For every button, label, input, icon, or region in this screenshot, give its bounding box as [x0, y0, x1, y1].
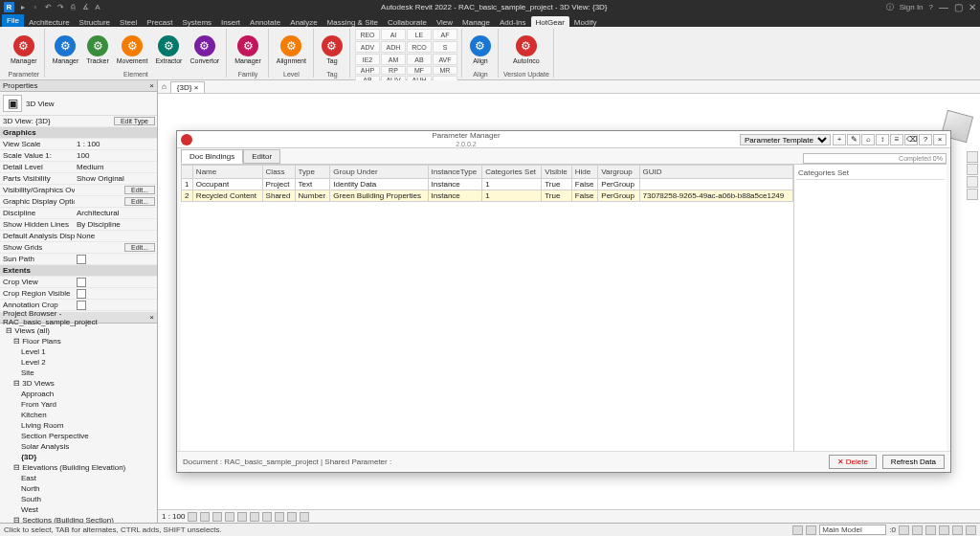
home-view-icon[interactable]: ⌂ — [162, 82, 167, 91]
dlg-clear-icon[interactable]: ⌫ — [904, 134, 918, 145]
convertor-button[interactable]: ⚙Convertor — [187, 34, 222, 65]
col-header[interactable]: Type — [295, 166, 330, 179]
filter-icon[interactable] — [899, 525, 909, 535]
maximize-button[interactable]: ▢ — [954, 2, 963, 12]
table-row[interactable]: 1OccupantProjectTextIdentity DataInstanc… — [182, 179, 793, 190]
extractor-button[interactable]: ⚙Extractor — [152, 34, 185, 65]
manager-button[interactable]: ⚙Manager — [50, 34, 82, 65]
tree-node[interactable]: ⊟ Elevations (Building Elevation) — [2, 462, 155, 473]
crop-view-icon[interactable] — [250, 512, 259, 522]
delete-button[interactable]: ✕ Delete — [829, 455, 877, 469]
toolbox-adv[interactable]: ADV — [355, 41, 380, 53]
dlg-add-icon[interactable]: + — [833, 134, 846, 145]
view-scale-label[interactable]: 1 : 100 — [162, 512, 185, 521]
project-browser-close-icon[interactable]: × — [149, 313, 154, 322]
prop-row[interactable]: Default Analysis Display StyleNone — [0, 231, 157, 242]
tree-node[interactable]: ⊟ 3D Views — [2, 378, 155, 389]
col-header[interactable] — [182, 166, 193, 179]
lock-3d-icon[interactable] — [275, 512, 284, 522]
toolbox-am[interactable]: AM — [381, 54, 406, 65]
prop-row[interactable]: View Scale1 : 100 — [0, 139, 157, 150]
tree-node[interactable]: ⊟ Sections (Building Section) — [2, 515, 155, 523]
autoinco-button[interactable]: ⚙AutoInco — [510, 34, 543, 65]
col-header[interactable]: Categories Set — [482, 166, 542, 179]
tree-node[interactable]: Approach — [2, 389, 155, 399]
tab-file[interactable]: File — [2, 14, 24, 27]
qat-tag-icon[interactable]: A — [93, 2, 102, 11]
manager-button[interactable]: ⚙Manager — [8, 34, 40, 65]
tree-node[interactable]: Level 1 — [2, 346, 155, 357]
refresh-data-button[interactable]: Refresh Data — [882, 455, 945, 469]
toolbox-adh[interactable]: ADH — [381, 41, 406, 53]
view-tab-close-icon[interactable]: × — [194, 83, 199, 92]
prop-row[interactable]: Graphic Display OptionsEdit... — [0, 196, 157, 208]
col-header[interactable]: Vargroup — [598, 166, 639, 179]
prop-row[interactable]: Detail LevelMedium — [0, 162, 157, 173]
col-header[interactable]: Visible — [542, 166, 572, 179]
tree-node[interactable]: Level 2 — [2, 357, 155, 368]
tag-button[interactable]: ⚙Tag — [319, 34, 345, 65]
view-tab-3d[interactable]: {3D} × — [170, 81, 205, 93]
tree-node[interactable]: ⊟ Floor Plans — [2, 336, 155, 346]
edit-button[interactable]: Edit... — [124, 186, 155, 194]
toolbox-mr[interactable]: MR — [433, 66, 457, 75]
prop-row[interactable]: Parts VisibilityShow Original — [0, 173, 157, 185]
dlg-menu-icon[interactable]: ≡ — [890, 134, 903, 145]
tree-node[interactable]: West — [2, 504, 155, 515]
dlg-search-icon[interactable]: ⌕ — [861, 134, 875, 145]
tree-node[interactable]: South — [2, 494, 155, 504]
detail-level-icon[interactable] — [188, 512, 197, 522]
visual-style-icon[interactable] — [200, 512, 210, 522]
sun-path-icon[interactable] — [212, 512, 222, 522]
toolbox-reo[interactable]: REO — [355, 29, 380, 40]
design-options-icon[interactable] — [806, 525, 816, 535]
prop-row[interactable]: Show Hidden LinesBy Discipline — [0, 219, 157, 231]
dlg-close-icon[interactable]: × — [933, 134, 947, 145]
tree-node[interactable]: ⊟ Views (all) — [2, 325, 155, 336]
toolbox-s[interactable]: S — [433, 41, 457, 53]
minimize-button[interactable]: — — [939, 2, 948, 12]
tree-node[interactable]: Kitchen — [2, 410, 155, 420]
dlg-help-icon[interactable]: ? — [919, 134, 932, 145]
nav-pan-icon[interactable] — [967, 164, 978, 175]
toolbox-ab[interactable]: AB — [407, 54, 432, 65]
toolbox-avf[interactable]: AVF — [433, 54, 457, 65]
edit-button[interactable]: Edit... — [124, 197, 155, 206]
select-links-icon[interactable] — [912, 525, 923, 535]
col-header[interactable]: Group Under — [330, 166, 428, 179]
alignment-button[interactable]: ⚙Alignment — [274, 34, 309, 65]
checkbox[interactable] — [77, 278, 86, 287]
selection-filter-combo[interactable]: Main Model — [819, 525, 886, 535]
manager-button[interactable]: ⚙Manager — [232, 34, 264, 65]
prop-row[interactable]: Scale Value 1:100 — [0, 150, 157, 162]
tree-node[interactable]: Site — [2, 368, 155, 378]
toolbox-rco[interactable]: RCO — [407, 41, 432, 53]
qat-open-icon[interactable]: ▸ — [18, 2, 28, 11]
drag-elements-icon[interactable] — [966, 525, 976, 535]
select-pinned-icon[interactable] — [939, 525, 949, 535]
reveal-hidden-icon[interactable] — [300, 512, 309, 522]
prop-row[interactable]: Show GridsEdit... — [0, 242, 157, 254]
toolbox-ie2[interactable]: IE2 — [355, 54, 380, 65]
tree-node[interactable]: From Yard — [2, 399, 155, 410]
col-header[interactable]: Name — [192, 166, 262, 179]
align-button[interactable]: ⚙Align — [467, 34, 494, 65]
dlg-edit-icon[interactable]: ✎ — [847, 134, 860, 145]
qat-redo-icon[interactable]: ↷ — [56, 2, 65, 11]
properties-close-icon[interactable]: × — [149, 81, 154, 90]
prop-row[interactable]: Sun Path — [0, 254, 157, 265]
info-icon[interactable]: ⓘ — [886, 2, 894, 12]
checkbox[interactable] — [77, 255, 86, 264]
edit-type-button[interactable]: Edit Type — [114, 117, 155, 125]
toolbox-ai[interactable]: AI — [381, 29, 406, 40]
toolbox-le[interactable]: LE — [407, 29, 432, 40]
signin-link[interactable]: Sign In — [900, 3, 924, 11]
nav-wheel-icon[interactable] — [967, 151, 978, 163]
col-header[interactable]: GUID — [639, 166, 792, 179]
table-row[interactable]: 2Recycled ContentSharedNumberGreen Build… — [182, 190, 793, 202]
prop-row[interactable]: Crop Region Visible — [0, 288, 157, 300]
tree-node[interactable]: Living Room — [2, 420, 155, 431]
template-combo[interactable]: Parameter Template — [740, 134, 831, 145]
col-header[interactable]: InstanceType — [428, 166, 482, 179]
toolbox-rp[interactable]: RP — [381, 66, 406, 75]
